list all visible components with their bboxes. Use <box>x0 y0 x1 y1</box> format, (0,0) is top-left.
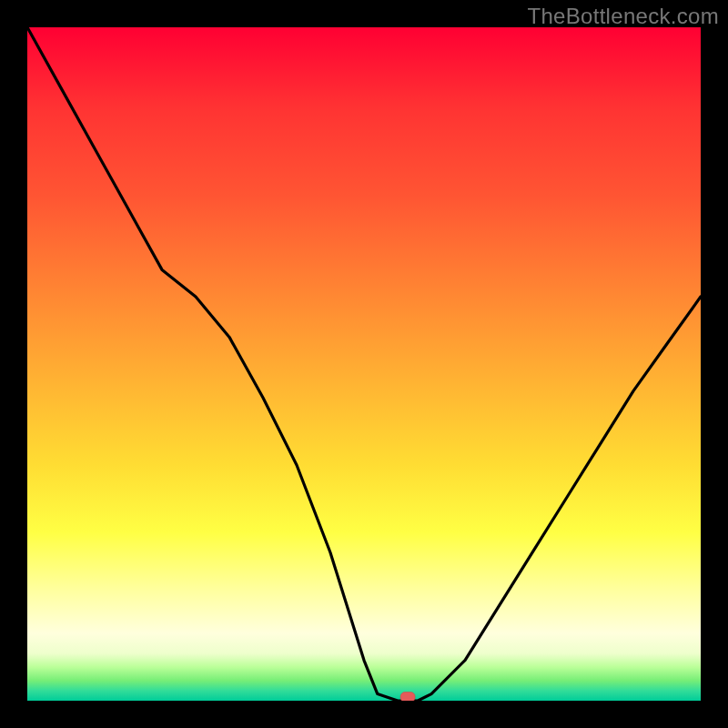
chart-svg <box>27 27 701 701</box>
watermark-text: TheBottleneck.com <box>527 4 719 29</box>
bottleneck-curve <box>27 27 701 701</box>
chart-stage: TheBottleneck.com <box>0 0 728 728</box>
optimum-marker <box>400 693 415 702</box>
plot-area <box>27 27 701 701</box>
